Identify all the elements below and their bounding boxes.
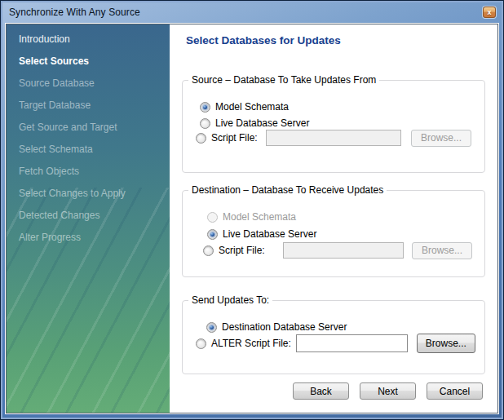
sidebar-item-get-source-and-target: Get Source and Target <box>7 117 170 139</box>
close-icon: x <box>487 9 491 16</box>
main-content: Select Databases for Updates Source – Da… <box>170 24 497 413</box>
radio-source-model-schemata[interactable] <box>200 102 210 113</box>
radio-label: Model Schemata <box>215 101 289 113</box>
cancel-button[interactable]: Cancel <box>427 382 483 400</box>
group-source: Source – Database To Take Updates From M… <box>182 80 485 173</box>
radio-destination-database-server[interactable] <box>206 322 217 333</box>
radio-destination-live-database-server[interactable] <box>207 229 218 240</box>
radio-destination-script-file[interactable] <box>203 245 214 256</box>
option-row: Script File: Browse... <box>196 129 471 147</box>
client-area: Introduction Select Sources Source Datab… <box>5 23 499 414</box>
radio-label: Script File: <box>219 245 278 256</box>
radio-source-script-file[interactable] <box>196 133 206 144</box>
sidebar-item-select-changes-to-apply: Select Changes to Apply <box>7 183 170 205</box>
group-send-updates: Send Updates To: Destination Database Se… <box>182 300 485 374</box>
radio-source-live-database-server[interactable] <box>200 118 210 129</box>
option-row: Live Database Server <box>207 228 316 241</box>
group-send-updates-legend: Send Updates To: <box>188 294 272 306</box>
group-destination-legend: Destination – Database To Receive Update… <box>188 184 387 196</box>
radio-label: Model Schemata <box>223 211 296 223</box>
wizard-footer: Back Next Cancel <box>293 382 483 400</box>
option-row: Model Schemata <box>200 100 289 113</box>
sidebar-item-target-database: Target Database <box>7 95 170 117</box>
option-row: Live Database Server <box>200 117 309 130</box>
sidebar-item-select-schemata: Select Schemata <box>7 139 170 161</box>
sidebar-item-introduction: Introduction <box>7 29 170 51</box>
radio-alter-script-file[interactable] <box>196 338 206 349</box>
destination-browse-button: Browse... <box>412 242 472 259</box>
sidebar-item-alter-progress: Alter Progress <box>7 227 170 249</box>
radio-label: Destination Database Server <box>222 321 347 333</box>
wizard-steps-sidebar: Introduction Select Sources Source Datab… <box>7 24 170 413</box>
client-inner: Introduction Select Sources Source Datab… <box>6 24 498 413</box>
window-title: Synchronize With Any Source <box>9 7 140 18</box>
radio-label: Live Database Server <box>215 117 309 129</box>
sidebar-item-source-database: Source Database <box>7 73 170 95</box>
radio-destination-model-schemata <box>207 212 218 223</box>
option-row: Destination Database Server <box>206 321 347 334</box>
close-button[interactable]: x <box>483 7 496 18</box>
destination-script-file-input <box>283 242 404 259</box>
page-title: Select Databases for Updates <box>186 34 341 46</box>
next-button[interactable]: Next <box>360 382 416 400</box>
sidebar-item-fetch-objects: Fetch Objects <box>7 161 170 183</box>
back-button[interactable]: Back <box>293 382 349 400</box>
wizard-window: Synchronize With Any Source x Introducti… <box>0 0 504 420</box>
source-browse-button: Browse... <box>411 130 471 147</box>
radio-label: ALTER Script File: <box>211 338 291 349</box>
option-row: ALTER Script File: Browse... <box>196 334 475 352</box>
sidebar-item-select-sources: Select Sources <box>7 51 170 73</box>
source-script-file-input <box>266 130 401 146</box>
sidebar-item-detected-changes: Detected Changes <box>7 205 170 227</box>
title-bar[interactable]: Synchronize With Any Source x <box>3 3 501 21</box>
radio-label: Script File: <box>211 132 261 144</box>
alter-browse-button[interactable]: Browse... <box>417 334 475 353</box>
option-row: Script File: Browse... <box>203 241 472 259</box>
group-source-legend: Source – Database To Take Updates From <box>188 74 379 86</box>
group-destination: Destination – Database To Receive Update… <box>182 190 485 277</box>
radio-label: Live Database Server <box>223 228 316 240</box>
option-row: Model Schemata <box>207 210 296 223</box>
alter-script-file-input[interactable] <box>296 334 408 352</box>
